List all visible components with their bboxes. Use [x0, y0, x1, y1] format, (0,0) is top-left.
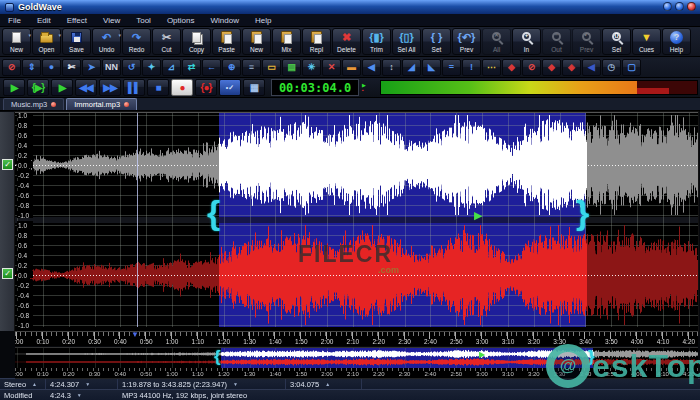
toolbar-new-button[interactable]: New ▾ [2, 28, 31, 55]
toolbar-help-button[interactable]: ? Help [662, 28, 691, 55]
effect-filter-button[interactable]: ≡ [242, 59, 261, 76]
status-total-length[interactable]: 4:24.3▼ [46, 390, 118, 400]
waveform-plot[interactable] [15, 112, 698, 331]
effect-icon: ⊕ [228, 62, 236, 72]
toolbar-prev-button[interactable]: {↶} Prev [452, 28, 481, 55]
effect-feedback-button[interactable]: ▢ [622, 59, 641, 76]
effect-silence-button[interactable]: ✄ [62, 59, 81, 76]
effect-timer-button[interactable]: ◷ [602, 59, 621, 76]
toolbar-button-label: Out [551, 46, 561, 53]
effect-pan-button[interactable]: ⊕ [222, 59, 241, 76]
status-selection[interactable]: 1:19.878 to 3:43.825 (2:23.947)▼ [118, 379, 286, 389]
effect-equalizer-button[interactable]: ▤ [282, 59, 301, 76]
tab-music-mp3[interactable]: Music.mp3 [3, 98, 64, 110]
effect-cue-point-button[interactable]: ◆ [542, 59, 561, 76]
toolbar-sel-button[interactable]: {} Sel [602, 28, 631, 55]
menu-item[interactable]: Help [247, 14, 279, 27]
effect-spectrum-button[interactable]: ▬ [342, 59, 361, 76]
effect-disable-button[interactable]: ⊘ [2, 59, 21, 76]
menu-item[interactable]: View [95, 14, 128, 27]
tab-immortal-mp3[interactable]: Immortal.mp3 [66, 98, 137, 110]
overview-ruler: 0:000:100:200:300:400:501:001:101:201:30… [15, 368, 698, 379]
effect-shift-left-button[interactable]: ← [202, 59, 221, 76]
right-channel-checkbox[interactable]: ✓ [2, 268, 13, 279]
menu-item[interactable]: Effect [59, 14, 95, 27]
effect-maximize-button[interactable]: ! [462, 59, 481, 76]
toolbar-prev-button[interactable]: ↶ Prev [572, 28, 601, 55]
effect-mechanize-button[interactable]: ✦ [142, 59, 161, 76]
toolbar-undo-button[interactable]: ↶ Undo ▾ [92, 28, 121, 55]
effect-match-volume-button[interactable]: = [442, 59, 461, 76]
toolbar-button-icon: {↶} [458, 30, 476, 44]
fast-forward-button[interactable]: ▶▶ [99, 79, 121, 96]
g-icon: ✂ [162, 31, 171, 43]
rewind-button[interactable]: ◀◀ [75, 79, 97, 96]
toolbar-all-button[interactable]: ✕ All [482, 28, 511, 55]
toolbar-trim-button[interactable]: {▮} Trim [362, 28, 391, 55]
status-position[interactable]: 3:04.075▲ [286, 379, 362, 389]
pause-button[interactable]: ▌▌ [123, 79, 145, 96]
toolbar-save-button[interactable]: Save [62, 28, 91, 55]
overview-strip[interactable] [15, 347, 698, 367]
effect-control-button[interactable]: ◀ [582, 59, 601, 76]
effect-mute-button[interactable]: ⊘ [522, 59, 541, 76]
effect-fade-out-button[interactable]: ◣ [422, 59, 441, 76]
overview-ruler-label: 4:20 [679, 371, 698, 377]
maximize-button[interactable] [675, 2, 684, 11]
menu-item[interactable]: Edit [29, 14, 59, 27]
effect-parametric-eq-button[interactable]: ▭ [262, 59, 281, 76]
record-mode-button[interactable]: •✓ [219, 79, 241, 96]
effect-speaker-left-button[interactable]: ◀ [362, 59, 381, 76]
toolbar-delete-button[interactable]: ✖ Delete [332, 28, 361, 55]
toolbar-cut-button[interactable]: ✂ Cut [152, 28, 181, 55]
effect-remove-button[interactable]: ✕ [322, 59, 341, 76]
title-bar[interactable]: GoldWave [0, 0, 700, 14]
toolbar-mix-button[interactable]: + Mix [272, 28, 301, 55]
minimize-button[interactable] [663, 2, 672, 11]
time-ruler[interactable]: 0:000:100:200:300:400:501:001:101:201:30… [15, 331, 698, 346]
effect-fade-in-button[interactable]: ◢ [402, 59, 421, 76]
menu-item[interactable]: Options [159, 14, 203, 27]
effect-shape-button[interactable]: ⋯ [482, 59, 501, 76]
stop-button[interactable]: ■ [147, 79, 169, 96]
close-button[interactable] [687, 2, 696, 11]
toolbar-redo-button[interactable]: ↷ Redo [122, 28, 151, 55]
effect-device-button[interactable]: ◆ [502, 59, 521, 76]
effect-noise-reduction-button[interactable]: NN [102, 59, 121, 76]
effect-doppler-button[interactable]: ⇕ [22, 59, 41, 76]
effect-exchange-button[interactable]: ⇄ [182, 59, 201, 76]
waveform-canvas[interactable] [15, 113, 698, 332]
effect-interpolate-button[interactable]: ✳ [302, 59, 321, 76]
menu-item[interactable]: File [0, 14, 29, 27]
play-button[interactable]: ▶ [3, 79, 25, 96]
menu-item[interactable]: Tool [128, 14, 159, 27]
record-selection-button[interactable]: {●} [195, 79, 217, 96]
monitor-button[interactable]: ▦ [243, 79, 265, 96]
effect-volume-button[interactable]: ↕ [382, 59, 401, 76]
toolbar-paste-button[interactable]: Paste [212, 28, 241, 55]
effect-reverse-button[interactable]: ↺ [122, 59, 141, 76]
toolbar-new-button[interactable]: ▫ New [242, 28, 271, 55]
toolbar-repl-button[interactable]: ✕ Repl [302, 28, 331, 55]
transport-button-icon: ▌▌ [128, 82, 140, 93]
toolbar-out-button[interactable]: − Out [542, 28, 571, 55]
toolbar-open-button[interactable]: Open ▾ [32, 28, 61, 55]
toolbar-in-button[interactable]: + In [512, 28, 541, 55]
toolbar-cues-button[interactable]: ▼ Cues [632, 28, 661, 55]
toolbar-sel-all-button[interactable]: {▯} Sel All [392, 28, 421, 55]
toolbar-set-button[interactable]: { } Set [422, 28, 451, 55]
overview-canvas[interactable] [15, 348, 698, 368]
left-channel-checkbox[interactable]: ✓ [2, 159, 13, 170]
effect-properties-button[interactable]: ◈ [562, 59, 581, 76]
menu-item[interactable]: Window [202, 14, 246, 27]
effect-pitch-button[interactable]: ➤ [82, 59, 101, 76]
record-button[interactable]: ● [171, 79, 193, 96]
toolbar-copy-button[interactable]: Copy [182, 28, 211, 55]
status-length[interactable]: 4:24.307▼ [46, 379, 118, 389]
effect-offset-button[interactable]: ⊿ [162, 59, 181, 76]
play-selection-button[interactable]: {▶} [27, 79, 49, 96]
toolbar-button-label: Cues [639, 46, 654, 53]
play-all-button[interactable]: ▶ [51, 79, 73, 96]
status-channels[interactable]: Stereo▲ [0, 379, 46, 389]
effect-dynamics-button[interactable]: ● [42, 59, 61, 76]
